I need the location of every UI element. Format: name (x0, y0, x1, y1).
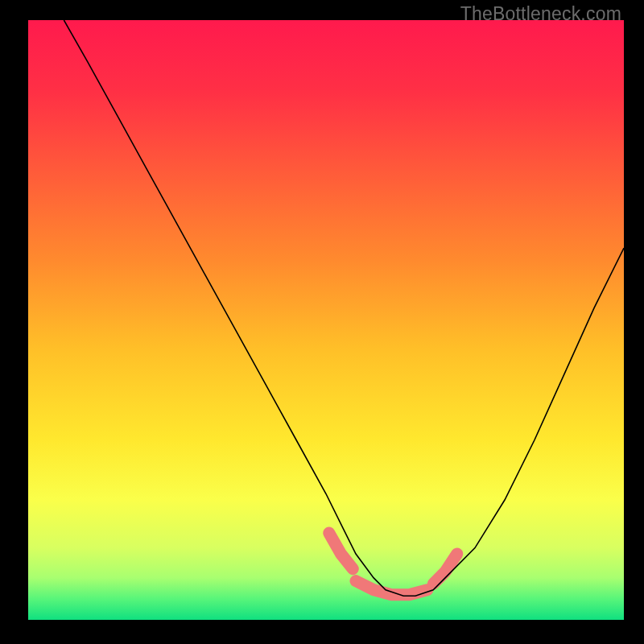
bottleneck-chart (28, 20, 624, 620)
chart-frame (28, 20, 624, 620)
